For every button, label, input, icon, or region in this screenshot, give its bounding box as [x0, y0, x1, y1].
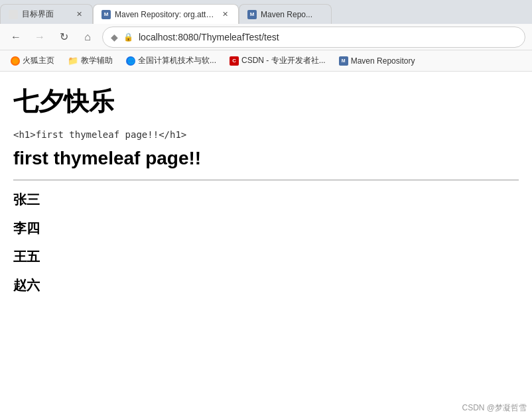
address-bar[interactable]: ◆ 🔒 localhost:8080/ThymeleafTest/test — [102, 27, 525, 48]
back-button[interactable]: ← — [7, 28, 25, 46]
home-button[interactable]: ⌂ — [78, 28, 97, 46]
page-source-code-display: <h1>first thymeleaf page!!</h1> — [13, 129, 519, 140]
bookmark-globe-icon: 🌐 — [126, 56, 135, 66]
tab-close-target[interactable]: ✕ — [74, 9, 84, 20]
bookmark-national[interactable]: 🌐 全国计算机技术与软... — [121, 53, 222, 69]
lock-icon: 🔒 — [123, 32, 133, 42]
list-item-0: 张三 — [13, 191, 519, 209]
tab-maven2[interactable]: M Maven Repo... — [239, 4, 332, 24]
tab-title-target: 目标界面 — [22, 9, 70, 20]
bookmark-maven-icon: M — [339, 56, 348, 66]
watermark: CSDN @梦凝哲雪 — [462, 402, 527, 414]
bookmark-csdn-icon: C — [230, 56, 239, 66]
tab-title-maven2: Maven Repo... — [261, 10, 323, 19]
bookmark-teach-label: 教学辅助 — [81, 55, 113, 66]
page-main-heading: 七夕快乐 — [13, 85, 519, 119]
page-list: 张三 李四 王五 赵六 — [13, 191, 519, 294]
bookmark-csdn-label: CSDN - 专业开发者社... — [241, 55, 326, 66]
page-rendered-heading: first thymeleaf page!! — [13, 148, 519, 169]
bookmark-folder-icon: 📁 — [68, 56, 78, 66]
tab-maven1[interactable]: M Maven Repository: org.attop... ✕ — [93, 4, 239, 24]
shield-icon: ◆ — [111, 32, 118, 42]
browser-chrome: 目标界面 ✕ M Maven Repository: org.attop... … — [0, 0, 532, 72]
tab-title-maven1: Maven Repository: org.attop... — [115, 10, 216, 19]
nav-bar: ← → ↻ ⌂ ◆ 🔒 localhost:8080/ThymeleafTest… — [0, 24, 532, 50]
forward-button[interactable]: → — [31, 28, 49, 46]
list-item-3: 赵六 — [13, 276, 519, 294]
bookmarks-bar: 火狐主页 📁 教学辅助 🌐 全国计算机技术与软... C CSDN - 专业开发… — [0, 50, 532, 72]
page-divider — [13, 180, 519, 180]
tab-favicon-target — [9, 10, 18, 19]
bookmark-csdn[interactable]: C CSDN - 专业开发者社... — [224, 53, 331, 69]
page-content: 七夕快乐 <h1>first thymeleaf page!!</h1> fir… — [0, 72, 532, 419]
bookmark-maven-label: Maven Repository — [351, 56, 415, 66]
bookmark-foxmain[interactable]: 火狐主页 — [5, 53, 60, 69]
tab-target[interactable]: 目标界面 ✕ — [0, 4, 93, 24]
url-text: localhost:8080/ThymeleafTest/test — [139, 32, 517, 42]
tab-bar: 目标界面 ✕ M Maven Repository: org.attop... … — [0, 0, 532, 24]
bookmark-fox-icon — [11, 56, 20, 66]
tab-close-maven1[interactable]: ✕ — [220, 9, 230, 20]
reload-button[interactable]: ↻ — [54, 28, 73, 46]
bookmark-teach[interactable]: 📁 教学辅助 — [62, 53, 118, 69]
bookmark-maven[interactable]: M Maven Repository — [334, 53, 421, 69]
list-item-1: 李四 — [13, 219, 519, 237]
bookmark-foxmain-label: 火狐主页 — [23, 55, 54, 66]
bookmark-national-label: 全国计算机技术与软... — [138, 55, 216, 66]
tab-favicon-maven1: M — [101, 10, 111, 19]
tab-favicon-maven2: M — [247, 10, 257, 19]
list-item-2: 王五 — [13, 248, 519, 266]
